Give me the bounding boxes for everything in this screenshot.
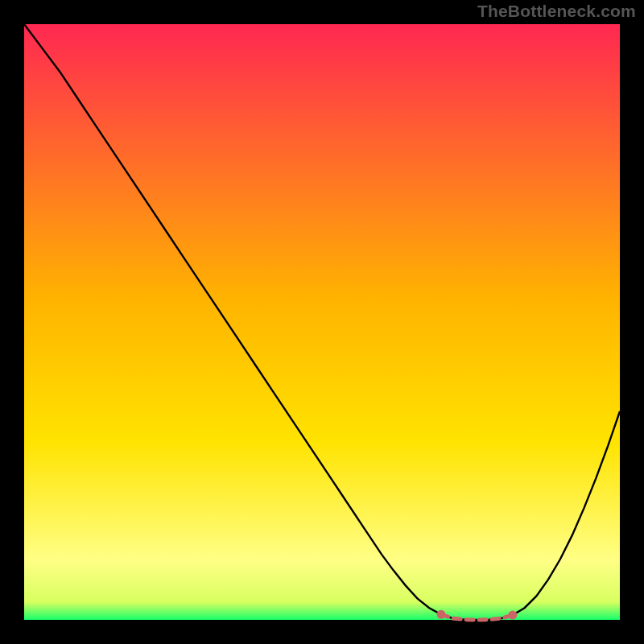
watermark-text: TheBottleneck.com (477, 2, 636, 21)
heatmap-background (24, 24, 620, 620)
bottleneck-chart (0, 0, 644, 644)
chart-frame: TheBottleneck.com (0, 0, 644, 644)
